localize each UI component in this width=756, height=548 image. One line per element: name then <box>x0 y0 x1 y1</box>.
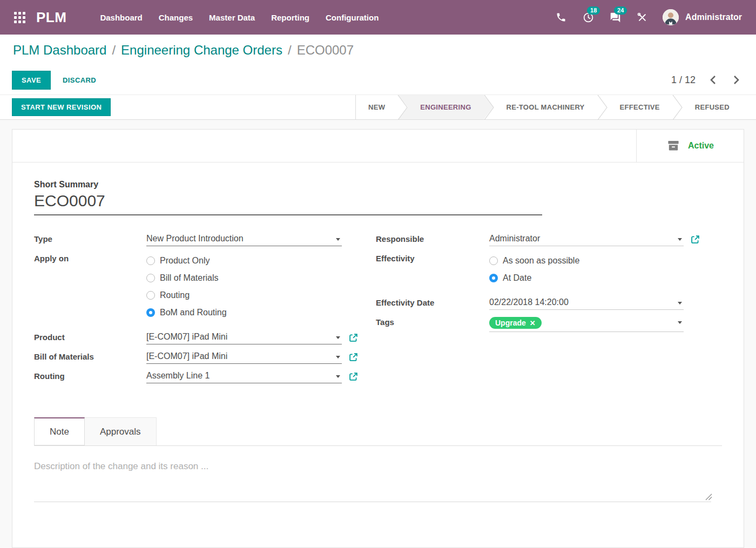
tag-remove-icon[interactable]: ✕ <box>530 319 536 327</box>
stage-chevron-icon <box>397 95 408 120</box>
stage-chevron-icon <box>484 95 494 120</box>
bom-select[interactable]: [E-COM07] iPad Mini <box>146 350 342 364</box>
effectivity-radio-group: As soon as possible At Date <box>489 252 579 287</box>
main-menu: Dashboard Changes Master Data Reporting … <box>100 13 379 22</box>
tags-input[interactable]: Upgrade ✕ <box>489 316 684 332</box>
stage-new[interactable]: NEW <box>356 95 397 119</box>
radio-bill-of-materials[interactable]: Bill of Materials <box>146 269 227 287</box>
record-pager: 1 / 12 <box>671 74 741 86</box>
external-link-icon[interactable] <box>349 350 358 364</box>
type-select[interactable]: New Product Introduction <box>146 233 342 246</box>
note-tab-panel: Description of the change and its reason… <box>34 446 722 502</box>
nav-reporting[interactable]: Reporting <box>271 13 309 22</box>
field-row-apply-on: Apply on Product Only Bill of Materials <box>34 252 376 321</box>
bom-label: Bill of Materials <box>34 350 146 364</box>
form-view: Active Short Summary ECO0007 Type New Pr… <box>0 120 756 548</box>
tab-note[interactable]: Note <box>34 417 85 445</box>
messages-icon[interactable]: 24 <box>609 11 622 24</box>
nav-configuration[interactable]: Configuration <box>326 13 379 22</box>
pager-previous-button[interactable] <box>708 74 718 86</box>
tools-icon[interactable] <box>636 11 649 24</box>
app-title[interactable]: PLM <box>36 9 66 26</box>
radio-as-soon-as-possible[interactable]: As soon as possible <box>489 252 579 269</box>
note-placeholder: Description of the change and its reason… <box>34 460 711 472</box>
stage-effective[interactable]: EFFECTIVE <box>608 95 672 119</box>
stage-refused[interactable]: REFUSED <box>683 95 742 119</box>
user-name[interactable]: Administrator <box>685 12 742 22</box>
product-select[interactable]: [E-COM07] iPad Mini <box>146 331 342 344</box>
field-row-product: Product [E-COM07] iPad Mini <box>34 331 376 344</box>
nav-dashboard[interactable]: Dashboard <box>100 13 142 22</box>
resize-handle-icon[interactable] <box>705 493 712 500</box>
dropdown-caret-icon <box>678 302 682 305</box>
responsible-select[interactable]: Administrator <box>489 233 684 246</box>
routing-select[interactable]: Assembly Line 1 <box>146 370 342 383</box>
active-toggle-button[interactable]: Active <box>636 130 744 162</box>
product-label: Product <box>34 331 146 344</box>
stage-pipeline: NEW ENGINEERING RE-TOOL MACHINERY EFFECT… <box>355 95 756 119</box>
radio-routing[interactable]: Routing <box>146 287 227 304</box>
dropdown-caret-icon <box>336 356 340 358</box>
tags-label: Tags <box>376 316 489 332</box>
radio-unchecked-icon <box>146 256 155 265</box>
external-link-icon[interactable] <box>349 370 358 383</box>
field-row-effectivity-date: Effectivity Date 02/22/2018 14:20:00 <box>376 296 722 310</box>
dropdown-caret-icon <box>336 375 340 378</box>
apply-on-radio-group: Product Only Bill of Materials Routing <box>146 252 227 321</box>
form-actions-bar: SAVE DISCARD 1 / 12 <box>0 65 756 95</box>
effectivity-label: Effectivity <box>376 252 489 287</box>
radio-unchecked-icon <box>489 256 498 265</box>
radio-unchecked-icon <box>146 274 155 282</box>
field-row-effectivity: Effectivity As soon as possible At Date <box>376 252 722 287</box>
external-link-icon[interactable] <box>349 331 358 344</box>
breadcrumb-plm-dashboard[interactable]: PLM Dashboard <box>13 43 106 58</box>
stage-engineering[interactable]: ENGINEERING <box>408 95 483 119</box>
form-statusbar: START NEW REVISION NEW ENGINEERING RE-TO… <box>0 95 756 120</box>
effectivity-date-label: Effectivity Date <box>376 296 489 310</box>
dropdown-caret-icon <box>336 238 340 241</box>
routing-label: Routing <box>34 370 146 383</box>
phone-icon[interactable] <box>555 11 568 24</box>
nav-master-data[interactable]: Master Data <box>209 13 255 22</box>
discard-button[interactable]: DISCARD <box>63 76 96 84</box>
type-label: Type <box>34 233 146 246</box>
stage-chevron-icon <box>597 95 608 120</box>
start-new-revision-button[interactable]: START NEW REVISION <box>12 98 111 116</box>
field-row-responsible: Responsible Administrator <box>376 233 722 246</box>
radio-bom-and-routing[interactable]: BoM and Routing <box>146 304 227 321</box>
breadcrumb-separator: / <box>288 43 292 58</box>
breadcrumb: PLM Dashboard / Engineering Change Order… <box>0 35 756 65</box>
tab-approvals[interactable]: Approvals <box>85 417 157 445</box>
effectivity-date-input[interactable]: 02/22/2018 14:20:00 <box>489 296 684 310</box>
pager-next-button[interactable] <box>731 74 741 86</box>
active-label: Active <box>688 141 714 151</box>
apply-on-label: Apply on <box>34 252 146 321</box>
activities-icon[interactable]: 18 <box>582 11 595 24</box>
form-card: Active Short Summary ECO0007 Type New Pr… <box>12 129 744 548</box>
stage-retool-machinery[interactable]: RE-TOOL MACHINERY <box>494 95 597 119</box>
nav-changes[interactable]: Changes <box>159 13 193 22</box>
save-button[interactable]: SAVE <box>12 71 51 90</box>
pager-value: 1 / 12 <box>671 75 696 86</box>
breadcrumb-eco-list[interactable]: Engineering Change Orders <box>121 43 282 58</box>
radio-at-date[interactable]: At Date <box>489 269 579 287</box>
top-navbar: PLM Dashboard Changes Master Data Report… <box>0 0 756 35</box>
form-sheet: Short Summary ECO0007 Type New Product I… <box>12 163 744 502</box>
field-row-type: Type New Product Introduction <box>34 233 376 246</box>
user-avatar[interactable] <box>663 9 679 25</box>
notebook: Note Approvals Description of the change… <box>34 417 722 502</box>
radio-product-only[interactable]: Product Only <box>146 252 227 269</box>
short-summary-input[interactable]: ECO0007 <box>34 192 542 215</box>
messages-badge: 24 <box>614 6 627 15</box>
radio-checked-icon <box>146 308 155 317</box>
dropdown-caret-icon <box>336 336 340 339</box>
radio-unchecked-icon <box>146 291 155 300</box>
apps-menu-icon[interactable] <box>14 12 25 23</box>
note-textarea[interactable]: Description of the change and its reason… <box>34 460 711 502</box>
external-link-icon[interactable] <box>691 233 700 246</box>
breadcrumb-current: ECO0007 <box>297 43 354 58</box>
activities-badge: 18 <box>587 6 600 15</box>
field-row-tags: Tags Upgrade ✕ <box>376 316 722 332</box>
dropdown-caret-icon <box>678 321 682 324</box>
button-box: Active <box>12 130 744 163</box>
